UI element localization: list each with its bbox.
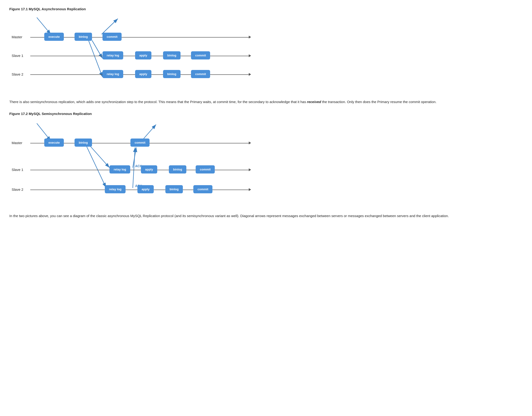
- slave2-binlog-box: binlog: [163, 70, 180, 78]
- slave1-label: Slave 1: [12, 54, 23, 58]
- figure1-diagram: Master execute binlog commit Slave 1 rel…: [9, 15, 266, 90]
- slave2-label: Slave 2: [12, 72, 23, 76]
- slave1-commit-box: commit: [191, 51, 210, 59]
- master-execute-box: execute: [44, 33, 64, 41]
- svg-line-6: [37, 123, 51, 141]
- figure1-title: Figure 17.1 MySQL Asynchronous Replicati…: [9, 7, 523, 11]
- figure2-slave1-arrow: [249, 168, 251, 171]
- svg-line-1: [37, 18, 51, 34]
- figure2-slave2-arrow: [249, 188, 251, 191]
- figure2-slave1-apply-box: apply: [141, 165, 157, 173]
- slave2-row: Slave 2 relay log apply binlog commit: [9, 70, 256, 79]
- master-binlog-box: binlog: [75, 33, 92, 41]
- figure2-master-commit-box: commit: [130, 139, 150, 147]
- figure2-slave2-relaylog-box: relay log: [105, 185, 125, 193]
- figure2-slave2-row: Slave 2 relay log apply binlog commit: [9, 185, 256, 195]
- figure2-slave1-commit-box: commit: [196, 165, 215, 173]
- figure2-slave2-apply-box: apply: [137, 185, 154, 193]
- figure2-title: Figure 17.2 MySQL Semisynchronous Replic…: [9, 112, 523, 116]
- slave2-commit-box: commit: [191, 70, 210, 78]
- slave1-row: Slave 1 relay log apply binlog commit: [9, 51, 256, 61]
- master-arrow: [249, 36, 251, 39]
- figure2-slave2-label: Slave 2: [12, 188, 23, 191]
- slave2-apply-box: apply: [135, 70, 152, 78]
- description-text: There is also semisynchronous replicatio…: [9, 99, 498, 105]
- svg-line-2: [102, 19, 118, 34]
- master-commit-box: commit: [103, 33, 122, 41]
- slave2-relaylog-box: relay log: [103, 70, 123, 78]
- slave2-arrow: [249, 73, 251, 76]
- figure2-master-row: Master execute binlog commit: [9, 139, 256, 148]
- figure2-diagram: Master execute binlog commit ACK ACK Sla…: [9, 120, 266, 206]
- slave1-arrow: [249, 54, 251, 57]
- figure2-slave1-relaylog-box: relay log: [109, 165, 130, 173]
- slave1-apply-box: apply: [135, 51, 152, 59]
- figure2-master-execute-box: execute: [44, 139, 64, 147]
- svg-line-8: [90, 146, 109, 168]
- figure2-slave2-commit-box: commit: [193, 185, 212, 193]
- description-italic: received: [307, 100, 321, 104]
- master-label: Master: [12, 35, 22, 39]
- bottom-text: In the two pictures above, you can see a…: [9, 213, 498, 219]
- svg-line-7: [142, 125, 156, 140]
- figure2-slave2-binlog-box: binlog: [165, 185, 183, 193]
- figure2-master-arrow: [249, 141, 251, 144]
- figure2-slave1-label: Slave 1: [12, 168, 23, 172]
- slave1-binlog-box: binlog: [163, 51, 180, 59]
- figure2-slave1-binlog-box: binlog: [169, 165, 186, 173]
- slave1-relaylog-box: relay log: [103, 51, 123, 59]
- figure2-master-binlog-box: binlog: [75, 139, 92, 147]
- figure2-slave1-row: Slave 1 relay log apply binlog commit: [9, 165, 256, 175]
- figure2-master-label: Master: [12, 141, 22, 145]
- figure2-slave1-timeline: [30, 170, 249, 170]
- master-row: Master execute binlog commit: [9, 33, 256, 42]
